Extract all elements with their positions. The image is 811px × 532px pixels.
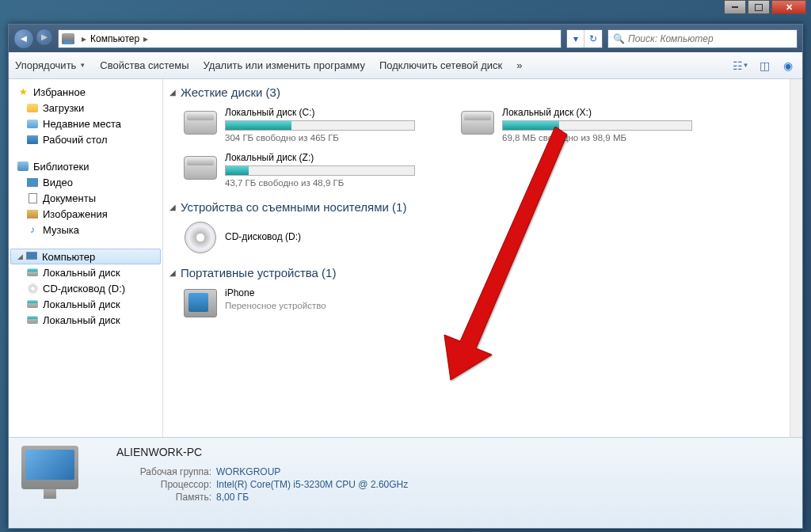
hdd-icon	[458, 107, 497, 139]
details-row-memory: Память: 8,00 ГБ	[116, 492, 408, 503]
chevron-down-icon: ▼	[79, 62, 86, 69]
category-harddrives: ◢ Жесткие диски (3) Локальный диск (C:) …	[169, 82, 802, 192]
drive-icon	[27, 300, 38, 308]
drive-item-c[interactable]: Локальный диск (C:) 304 ГБ свободно из 4…	[177, 102, 455, 147]
sidebar-item-drive[interactable]: Локальный диск	[9, 312, 162, 328]
category-header-harddrives[interactable]: ◢ Жесткие диски (3)	[169, 82, 802, 102]
refresh-group: ▾ ↻	[566, 29, 603, 48]
uninstall-program-button[interactable]: Удалить или изменить программу	[204, 59, 365, 71]
library-icon	[17, 162, 29, 171]
drive-icon	[27, 316, 38, 324]
sidebar-item-drive[interactable]: Локальный диск	[9, 296, 162, 312]
search-input[interactable]	[628, 33, 792, 44]
disc-icon	[28, 283, 38, 294]
search-icon: 🔍	[613, 33, 625, 44]
sidebar-item-desktop[interactable]: Рабочий стол	[9, 131, 162, 147]
sidebar-libraries-header[interactable]: Библиотеки	[9, 158, 162, 174]
music-icon: ♪	[26, 223, 39, 236]
help-button[interactable]: ◉	[780, 58, 796, 74]
window-controls	[724, 0, 806, 16]
main-panel: ◢ Жесткие диски (3) Локальный диск (C:) …	[163, 79, 802, 437]
capacity-bar	[502, 120, 692, 131]
sidebar-item-drive[interactable]: Локальный диск	[9, 264, 162, 280]
details-pane: ALIENWORK-PC Рабочая группа: WORKGROUP П…	[9, 437, 802, 528]
details-row-workgroup: Рабочая группа: WORKGROUP	[116, 466, 408, 477]
folder-icon	[27, 104, 38, 112]
collapse-icon: ◢	[169, 268, 176, 277]
desktop-icon	[27, 135, 38, 144]
content-area: ★ Избранное Загрузки Недавние места Рабо…	[9, 79, 802, 437]
chevron-right-icon: ▸	[143, 33, 148, 44]
star-icon: ★	[17, 86, 29, 98]
computer-icon	[62, 33, 74, 44]
details-title: ALIENWORK-PC	[116, 446, 408, 458]
sidebar-favorites-header[interactable]: ★ Избранное	[9, 84, 162, 100]
minimize-button[interactable]	[724, 0, 746, 14]
category-portable: ◢ Портативные устройства (1) iPhone Пере…	[169, 263, 802, 324]
back-button[interactable]: ◄	[13, 28, 34, 49]
drive-item-x[interactable]: Локальный диск (X:) 69,8 МБ свободно из …	[455, 102, 732, 147]
device-item-iphone[interactable]: iPhone Переносное устройство	[177, 283, 455, 324]
map-network-drive-button[interactable]: Подключить сетевой диск	[379, 59, 502, 71]
sidebar-item-pictures[interactable]: Изображения	[9, 206, 162, 222]
drive-icon	[27, 268, 38, 276]
close-button[interactable]	[771, 0, 806, 14]
sidebar-item-music[interactable]: ♪Музыка	[9, 222, 162, 238]
collapse-icon: ◢	[169, 203, 176, 211]
drive-item-cd[interactable]: CD-дисковод (D:)	[177, 217, 455, 258]
capacity-bar	[225, 165, 415, 176]
organize-button[interactable]: Упорядочить ▼	[15, 59, 86, 71]
system-properties-button[interactable]: Свойства системы	[100, 59, 188, 71]
navigation-pane: ★ Избранное Загрузки Недавние места Рабо…	[9, 79, 163, 437]
hdd-icon	[181, 107, 220, 139]
details-row-cpu: Процессор: Intel(R) Core(TM) i5-3230M CP…	[116, 479, 408, 490]
refresh-button[interactable]: ↻	[584, 30, 602, 48]
search-box[interactable]: 🔍	[607, 29, 798, 48]
capacity-bar	[225, 120, 415, 131]
video-icon	[27, 178, 38, 187]
category-header-removable[interactable]: ◢ Устройства со съемными носителями (1)	[169, 197, 802, 217]
sidebar-computer-header[interactable]: ◢ Компьютер	[10, 249, 161, 264]
breadcrumb-location: Компьютер	[90, 33, 139, 44]
sidebar-item-downloads[interactable]: Загрузки	[9, 100, 162, 116]
toolbar: Упорядочить ▼ Свойства системы Удалить и…	[9, 52, 802, 79]
sidebar-item-documents[interactable]: Документы	[9, 190, 162, 206]
portable-device-icon	[181, 287, 220, 319]
computer-large-icon	[21, 446, 93, 509]
forward-button[interactable]: ►	[36, 28, 53, 46]
scrollbar[interactable]	[790, 79, 802, 437]
document-icon	[29, 193, 37, 203]
nav-arrows: ◄ ►	[13, 28, 53, 49]
drive-item-z[interactable]: Локальный диск (Z:) 43,7 ГБ свободно из …	[177, 147, 455, 192]
address-bar: ◄ ► ▸ Компьютер ▸ ▾ ↻ 🔍	[9, 25, 802, 52]
category-header-portable[interactable]: ◢ Портативные устройства (1)	[169, 263, 802, 283]
collapse-icon: ◢	[17, 253, 25, 260]
preview-pane-button[interactable]: ◫	[756, 58, 772, 74]
explorer-window: ◄ ► ▸ Компьютер ▸ ▾ ↻ 🔍 Упорядочить ▼ Св…	[8, 24, 803, 529]
computer-icon	[26, 252, 37, 261]
sidebar-item-videos[interactable]: Видео	[9, 174, 162, 190]
maximize-button[interactable]	[748, 0, 770, 14]
hdd-icon	[181, 152, 220, 184]
picture-icon	[27, 210, 38, 218]
sidebar-item-recent[interactable]: Недавние места	[9, 116, 162, 131]
breadcrumb[interactable]: ▸ Компьютер ▸	[58, 29, 562, 48]
toolbar-more-button[interactable]: »	[516, 59, 522, 71]
cd-icon	[181, 222, 220, 253]
chevron-right-icon: ▸	[82, 33, 86, 44]
sidebar-item-cd[interactable]: CD-дисковод (D:)	[9, 280, 162, 296]
collapse-icon: ◢	[169, 88, 176, 97]
category-removable: ◢ Устройства со съемными носителями (1) …	[169, 197, 802, 258]
folder-icon	[27, 120, 38, 128]
view-options-button[interactable]: ☷ ▼	[733, 58, 748, 74]
dropdown-button[interactable]: ▾	[567, 30, 584, 48]
